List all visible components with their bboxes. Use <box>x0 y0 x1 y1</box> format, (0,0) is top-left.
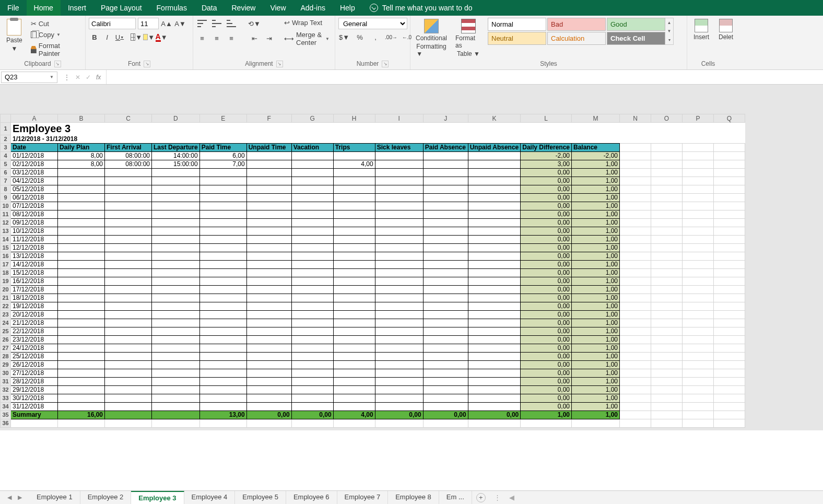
cell[interactable] <box>423 344 468 352</box>
cell[interactable]: 1,00 <box>571 294 619 302</box>
cell[interactable] <box>468 327 521 335</box>
cell[interactable] <box>246 151 291 160</box>
sheet-title[interactable]: Employee 3 <box>11 123 620 135</box>
copy-button[interactable]: Copy▼ <box>29 30 82 40</box>
cell[interactable] <box>333 377 375 385</box>
cell[interactable]: 31/12/2018 <box>11 402 58 411</box>
cell[interactable]: 1,00 <box>571 202 619 210</box>
cell[interactable]: 1,00 <box>571 243 619 252</box>
cell[interactable]: 14/12/2018 <box>11 260 58 268</box>
cell[interactable]: 1,00 <box>571 252 619 260</box>
cell[interactable] <box>291 193 333 202</box>
menu-tab-view[interactable]: View <box>263 0 293 16</box>
conditional-formatting-button[interactable]: Conditional Formatting ▼ <box>414 18 449 58</box>
cell[interactable] <box>152 394 200 402</box>
cell[interactable]: 02/12/2018 <box>11 160 58 168</box>
cell[interactable] <box>152 360 200 369</box>
cell[interactable]: 1,00 <box>571 218 619 227</box>
cell[interactable] <box>291 377 333 385</box>
cell[interactable] <box>199 352 246 360</box>
cell[interactable] <box>375 310 423 319</box>
cell[interactable] <box>105 377 152 385</box>
cell[interactable] <box>152 210 200 218</box>
summary-cell[interactable]: 0,00 <box>468 411 521 419</box>
cell[interactable] <box>423 227 468 235</box>
summary-cell[interactable]: 13,00 <box>199 411 246 419</box>
number-dialog-launcher[interactable]: ↘ <box>382 61 389 67</box>
cell[interactable] <box>291 177 333 185</box>
cell[interactable] <box>58 352 105 360</box>
fx-options-icon[interactable]: ⋮ <box>64 74 70 81</box>
row-header-9[interactable]: 9 <box>1 193 11 202</box>
cell[interactable]: 16/12/2018 <box>11 277 58 285</box>
cell[interactable] <box>468 177 521 185</box>
cell[interactable] <box>423 168 468 177</box>
fill-color-button[interactable]: ▼ <box>143 31 155 43</box>
cell[interactable] <box>152 177 200 185</box>
col-header-O[interactable]: O <box>651 114 682 123</box>
cell[interactable] <box>291 310 333 319</box>
cell[interactable] <box>333 260 375 268</box>
cell[interactable]: 1,00 <box>571 160 619 168</box>
cell[interactable] <box>199 177 246 185</box>
cell[interactable] <box>246 319 291 327</box>
cell[interactable]: 1,00 <box>571 344 619 352</box>
cell[interactable] <box>375 260 423 268</box>
cell[interactable] <box>246 168 291 177</box>
cell[interactable] <box>468 377 521 385</box>
cell[interactable] <box>105 268 152 277</box>
cell[interactable]: 0,00 <box>521 218 572 227</box>
sheet-tab[interactable]: Employee 1 <box>29 491 80 504</box>
cell[interactable]: -2,00 <box>521 151 572 160</box>
cell[interactable] <box>199 385 246 394</box>
row-header-29[interactable]: 29 <box>1 360 11 369</box>
row-header-30[interactable]: 30 <box>1 369 11 377</box>
cell[interactable] <box>199 377 246 385</box>
cell[interactable]: 1,00 <box>571 319 619 327</box>
cell[interactable]: 1,00 <box>571 402 619 411</box>
cell[interactable]: 1,00 <box>571 302 619 310</box>
col-header-G[interactable]: G <box>291 114 333 123</box>
wrap-text-button[interactable]: ↩Wrap Text <box>282 18 332 28</box>
style-neutral[interactable]: Neutral <box>488 32 546 45</box>
cell[interactable]: -2,00 <box>571 151 619 160</box>
style-bad[interactable]: Bad <box>547 18 606 31</box>
cell[interactable] <box>468 227 521 235</box>
cell[interactable]: 0,00 <box>521 202 572 210</box>
cell[interactable] <box>58 185 105 193</box>
cell[interactable] <box>152 310 200 319</box>
cell[interactable] <box>199 277 246 285</box>
cell[interactable] <box>152 319 200 327</box>
sheet-tab[interactable]: Employee 5 <box>235 491 286 504</box>
cell[interactable]: 0,00 <box>521 243 572 252</box>
cell[interactable] <box>333 352 375 360</box>
sheet-tab[interactable]: Employee 4 <box>184 491 236 504</box>
cell[interactable] <box>423 260 468 268</box>
increase-font-button[interactable]: A▲ <box>161 18 172 29</box>
cell[interactable] <box>105 177 152 185</box>
cell[interactable]: 10/12/2018 <box>11 227 58 235</box>
cell[interactable] <box>423 369 468 377</box>
cell[interactable]: 1,00 <box>571 310 619 319</box>
cell[interactable] <box>423 285 468 294</box>
cell[interactable] <box>333 402 375 411</box>
cell[interactable] <box>291 294 333 302</box>
row-header-23[interactable]: 23 <box>1 310 11 319</box>
cell[interactable] <box>375 335 423 344</box>
cell[interactable] <box>152 243 200 252</box>
cell[interactable] <box>58 294 105 302</box>
cell[interactable]: 13/12/2018 <box>11 252 58 260</box>
cell[interactable]: 0,00 <box>521 377 572 385</box>
cell[interactable] <box>246 377 291 385</box>
cell[interactable] <box>105 168 152 177</box>
cell[interactable] <box>105 360 152 369</box>
styles-gallery-expand[interactable]: ▲▼▾ <box>665 18 674 45</box>
cell[interactable] <box>152 369 200 377</box>
row-header-25[interactable]: 25 <box>1 327 11 335</box>
cell[interactable]: 0,00 <box>521 268 572 277</box>
cell[interactable] <box>58 227 105 235</box>
sheet-nav-prev[interactable]: ◀ <box>7 494 11 501</box>
cell[interactable]: 23/12/2018 <box>11 335 58 344</box>
cell[interactable] <box>246 160 291 168</box>
cell[interactable] <box>291 160 333 168</box>
